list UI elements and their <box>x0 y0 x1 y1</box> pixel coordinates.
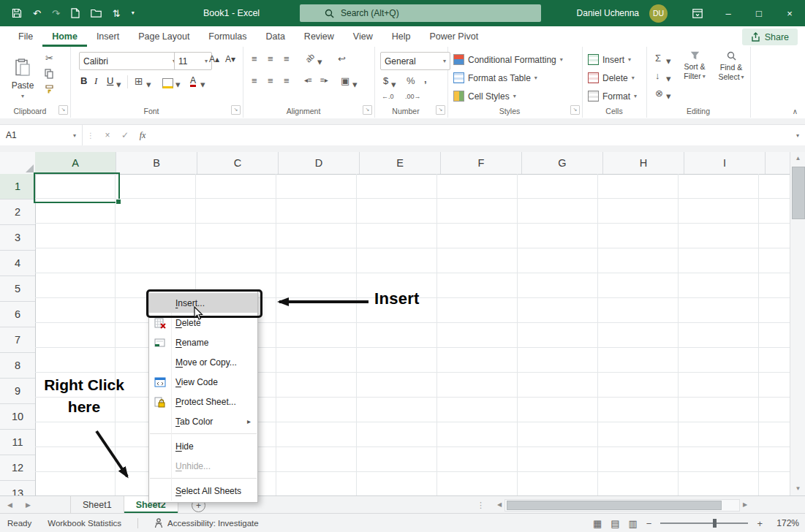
tab-insert[interactable]: Insert <box>87 26 129 47</box>
font-color-dropdown-icon[interactable]: ▾ <box>200 80 205 89</box>
cancel-icon[interactable]: × <box>99 130 116 140</box>
comma-format-icon[interactable]: , <box>424 75 427 84</box>
currency-dropdown-icon[interactable]: ▾ <box>391 80 396 89</box>
cell-styles-button[interactable]: Cell Styles ▾ <box>453 88 516 104</box>
sheet-nav-right-icon[interactable]: ▶ <box>26 501 31 509</box>
maximize-button[interactable]: □ <box>744 0 774 26</box>
open-folder-icon[interactable] <box>91 9 102 18</box>
clear-dropdown-icon[interactable]: ▾ <box>666 91 671 101</box>
formula-input[interactable] <box>151 125 790 145</box>
tab-help[interactable]: Help <box>382 26 420 47</box>
row-header-3[interactable]: 3 <box>0 225 35 251</box>
menu-item-hide[interactable]: Hide <box>149 436 257 456</box>
decrease-font-size-icon[interactable]: A▾ <box>225 55 235 64</box>
format-cells-button[interactable]: Format ▾ <box>588 88 637 104</box>
number-format-select[interactable]: General ▾ <box>380 52 450 70</box>
find-select-button[interactable]: Find & Select▾ <box>714 51 749 81</box>
save-icon[interactable] <box>12 8 22 18</box>
menu-item-rename[interactable]: Rename <box>149 332 257 352</box>
increase-font-size-icon[interactable]: A▴ <box>209 55 219 64</box>
column-header-b[interactable]: B <box>116 152 197 174</box>
tab-review[interactable]: Review <box>295 26 344 47</box>
orientation-dropdown-icon[interactable]: ▾ <box>317 57 322 66</box>
italic-button[interactable]: I <box>94 76 97 86</box>
align-left-icon[interactable]: ≡ <box>252 76 257 86</box>
column-header-e[interactable]: E <box>360 152 441 174</box>
vertical-scrollbar[interactable]: ▲ ▼ <box>790 152 805 495</box>
column-header-c[interactable]: C <box>197 152 279 174</box>
menu-item-tab-color[interactable]: Tab Color ▸ <box>149 411 257 431</box>
active-cell-a1[interactable] <box>34 172 120 203</box>
format-as-table-button[interactable]: Format as Table ▾ <box>453 69 537 86</box>
row-header-13[interactable]: 13 <box>0 481 35 495</box>
tab-home[interactable]: Home <box>42 26 87 47</box>
font-family-select[interactable]: Calibri ▾ <box>79 52 180 70</box>
sheet-nav-left-icon[interactable]: ◀ <box>7 501 12 509</box>
column-header-partial[interactable] <box>766 152 790 174</box>
decrease-decimal-icon[interactable]: .00→ <box>405 94 421 100</box>
fill-handle[interactable] <box>116 199 121 205</box>
decrease-indent-icon[interactable]: ◂≡ <box>304 77 312 84</box>
view-page-layout-icon[interactable]: ▤ <box>611 518 619 529</box>
accessibility-status[interactable]: Accessibility: Investigate <box>154 518 259 528</box>
menu-item-select-all-sheets[interactable]: Select All Sheets <box>149 481 257 501</box>
zoom-slider-thumb[interactable] <box>713 519 717 528</box>
row-header-4[interactable]: 4 <box>0 251 35 276</box>
tab-page-layout[interactable]: Page Layout <box>129 26 199 47</box>
delete-cells-button[interactable]: Delete ▾ <box>588 69 635 86</box>
align-middle-icon[interactable]: ≡ <box>268 54 273 64</box>
column-header-h[interactable]: H <box>603 152 684 174</box>
fill-color-icon[interactable] <box>162 78 173 88</box>
cut-icon[interactable]: ✂ <box>45 53 53 63</box>
minimize-button[interactable]: – <box>713 0 744 26</box>
row-header-6[interactable]: 6 <box>0 302 35 327</box>
tab-file[interactable]: File <box>9 26 42 47</box>
new-file-icon[interactable] <box>71 8 80 18</box>
zoom-out-button[interactable]: − <box>646 518 652 529</box>
autosum-icon[interactable]: Σ <box>655 53 661 63</box>
scroll-down-icon[interactable]: ▼ <box>790 484 805 494</box>
zoom-level[interactable]: 172% <box>771 518 799 528</box>
font-color-icon[interactable]: A <box>190 76 196 87</box>
zoom-slider[interactable] <box>660 522 748 524</box>
currency-format-icon[interactable]: $ <box>383 76 388 86</box>
clear-icon[interactable]: ⊗ <box>655 88 663 98</box>
horizontal-scrollbar[interactable]: ◀ ▶ <box>494 498 750 511</box>
name-box-dropdown-icon[interactable]: ▾ <box>73 132 76 139</box>
wrap-text-icon[interactable]: ↩ <box>338 54 346 64</box>
row-header-10[interactable]: 10 <box>0 404 35 430</box>
tab-data[interactable]: Data <box>256 26 294 47</box>
fill-dropdown-icon[interactable]: ▾ <box>666 74 671 83</box>
column-header-g[interactable]: G <box>522 152 603 174</box>
menu-item-view-code[interactable]: View Code <box>149 372 257 392</box>
conditional-formatting-button[interactable]: Conditional Formatting ▾ <box>453 51 563 68</box>
bold-button[interactable]: B <box>80 76 87 86</box>
qat-customize-icon[interactable]: ▾ <box>132 10 135 16</box>
insert-cells-button[interactable]: Insert ▾ <box>588 51 631 68</box>
percent-format-icon[interactable]: % <box>407 76 415 86</box>
insert-function-icon[interactable]: fx <box>134 130 151 141</box>
collapse-ribbon-icon[interactable]: ∧ <box>793 108 798 115</box>
menu-item-protect-sheet[interactable]: Protect Sheet... <box>149 392 257 411</box>
menu-item-insert[interactable]: Insert... <box>149 293 257 313</box>
align-top-icon[interactable]: ≡ <box>252 54 257 64</box>
clipboard-dialog-launcher[interactable]: ↘ <box>58 105 68 115</box>
row-header-8[interactable]: 8 <box>0 353 35 379</box>
font-dialog-launcher[interactable]: ↘ <box>231 105 241 115</box>
workbook-statistics-button[interactable]: Workbook Statistics <box>48 519 121 528</box>
menu-item-delete[interactable]: Delete <box>149 313 257 332</box>
view-page-break-icon[interactable]: ▥ <box>629 518 638 529</box>
scroll-right-icon[interactable]: ▶ <box>740 498 750 511</box>
row-header-5[interactable]: 5 <box>0 276 35 302</box>
fill-color-dropdown-icon[interactable]: ▾ <box>175 80 181 89</box>
undo-icon[interactable]: ↶ <box>33 9 41 18</box>
row-header-11[interactable]: 11 <box>0 430 35 455</box>
merge-center-icon[interactable]: ▣ <box>341 76 349 86</box>
close-button[interactable]: × <box>774 0 805 26</box>
borders-icon[interactable]: ⊞ <box>135 76 143 86</box>
menu-item-move-or-copy[interactable]: Move or Copy... <box>149 352 257 372</box>
autosum-dropdown-icon[interactable]: ▾ <box>666 56 671 66</box>
select-all-corner[interactable] <box>0 152 36 175</box>
scroll-up-icon[interactable]: ▲ <box>790 153 805 164</box>
align-bottom-icon[interactable]: ≡ <box>284 54 290 64</box>
